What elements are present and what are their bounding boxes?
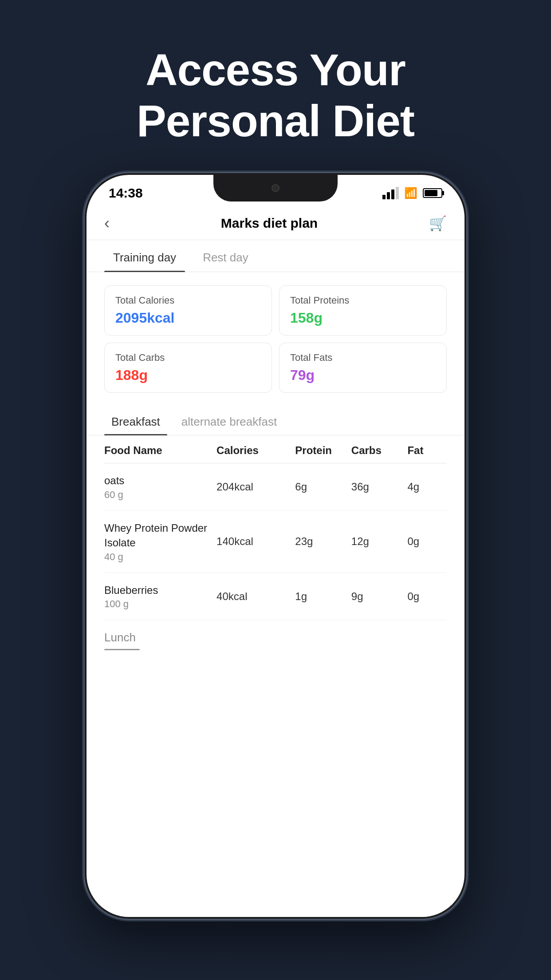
- tab-alternate-breakfast[interactable]: alternate breakfast: [174, 406, 284, 435]
- food-fat-whey: 0g: [407, 535, 447, 548]
- stat-card-proteins: Total Proteins 158g: [279, 285, 447, 336]
- stat-label-fats: Total Fats: [290, 352, 436, 364]
- food-carbs-whey: 12g: [351, 535, 408, 548]
- stat-value-calories: 2095kcal: [115, 310, 261, 326]
- stat-label-carbs: Total Carbs: [115, 352, 261, 364]
- hero-title: Access Your Personal Diet: [0, 44, 551, 146]
- food-calories-oats: 204kcal: [216, 481, 295, 493]
- tab-breakfast[interactable]: Breakfast: [104, 406, 167, 435]
- stat-card-fats: Total Fats 79g: [279, 343, 447, 393]
- col-header-carbs: Carbs: [351, 444, 408, 457]
- food-carbs-oats: 36g: [351, 481, 408, 493]
- food-amount-blueberries: 100 g: [104, 598, 216, 610]
- back-button[interactable]: ‹: [104, 214, 110, 233]
- meal-tab-bar: Breakfast alternate breakfast: [87, 406, 464, 435]
- food-fat-blueberries: 0g: [407, 590, 447, 603]
- hero-section: Access Your Personal Diet: [0, 0, 551, 173]
- food-amount-whey: 40 g: [104, 551, 216, 563]
- phone-screen: 14:38 📶 ‹ Marks diet pla: [87, 175, 464, 917]
- phone-frame: 14:38 📶 ‹ Marks diet pla: [85, 173, 466, 919]
- lunch-section-header: Lunch: [87, 620, 464, 650]
- stat-card-carbs: Total Carbs 188g: [104, 343, 272, 393]
- food-name-blueberries: Blueberries: [104, 583, 216, 598]
- phone-notch: [213, 175, 338, 202]
- food-calories-blueberries: 40kcal: [216, 590, 295, 603]
- food-calories-whey: 140kcal: [216, 535, 295, 548]
- table-row: Whey Protein Powder Isolate 40 g 140kcal…: [104, 511, 447, 573]
- food-protein-blueberries: 1g: [295, 590, 351, 603]
- cart-icon[interactable]: 🛒: [429, 215, 447, 232]
- stats-grid: Total Calories 2095kcal Total Proteins 1…: [87, 272, 464, 406]
- hero-title-line1: Access Your: [146, 45, 405, 95]
- stat-value-carbs: 188g: [115, 367, 261, 383]
- table-header: Food Name Calories Protein Carbs Fat: [104, 435, 447, 463]
- food-amount-oats: 60 g: [104, 489, 216, 501]
- food-protein-whey: 23g: [295, 535, 351, 548]
- food-name-whey: Whey Protein Powder Isolate: [104, 521, 216, 550]
- status-time: 14:38: [109, 186, 143, 201]
- stat-label-calories: Total Calories: [115, 295, 261, 306]
- stat-card-calories: Total Calories 2095kcal: [104, 285, 272, 336]
- app-header: ‹ Marks diet plan 🛒: [87, 207, 464, 240]
- food-name-cell-whey: Whey Protein Powder Isolate 40 g: [104, 521, 216, 563]
- food-protein-oats: 6g: [295, 481, 351, 493]
- stat-value-fats: 79g: [290, 367, 436, 383]
- col-header-protein: Protein: [295, 444, 351, 457]
- wifi-icon: 📶: [404, 187, 417, 199]
- table-row: Blueberries 100 g 40kcal 1g 9g 0g: [104, 573, 447, 620]
- hero-title-line2: Personal Diet: [137, 96, 414, 146]
- signal-icon: [382, 187, 399, 199]
- status-icons: 📶: [382, 187, 442, 199]
- col-header-food-name: Food Name: [104, 444, 216, 457]
- food-fat-oats: 4g: [407, 481, 447, 493]
- notch-camera: [272, 184, 279, 192]
- stat-value-proteins: 158g: [290, 310, 436, 326]
- food-name-oats: oats: [104, 473, 216, 488]
- phone-wrapper: 14:38 📶 ‹ Marks diet pla: [0, 173, 551, 919]
- food-table: Food Name Calories Protein Carbs Fat oat…: [87, 435, 464, 620]
- lunch-section-underline: [104, 649, 140, 650]
- food-carbs-blueberries: 9g: [351, 590, 408, 603]
- col-header-fat: Fat: [407, 444, 447, 457]
- food-name-cell-blueberries: Blueberries 100 g: [104, 583, 216, 610]
- stat-label-proteins: Total Proteins: [290, 295, 436, 306]
- col-header-calories: Calories: [216, 444, 295, 457]
- tab-training-day[interactable]: Training day: [104, 240, 185, 272]
- page-title: Marks diet plan: [221, 216, 318, 231]
- food-name-cell-oats: oats 60 g: [104, 473, 216, 501]
- lunch-section-title: Lunch: [104, 631, 447, 644]
- day-tab-bar: Training day Rest day: [87, 240, 464, 272]
- table-row: oats 60 g 204kcal 6g 36g 4g: [104, 463, 447, 511]
- battery-icon: [423, 188, 442, 198]
- tab-rest-day[interactable]: Rest day: [194, 240, 257, 272]
